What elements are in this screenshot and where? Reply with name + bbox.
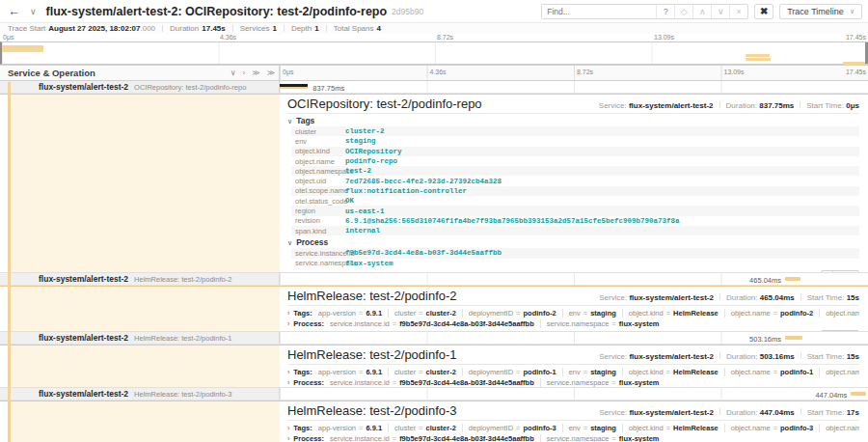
span-duration-label: 447.04ms bbox=[815, 391, 847, 400]
trace-id-short: 2d95b90 bbox=[392, 7, 423, 16]
chevron-right-icon: › bbox=[287, 320, 289, 327]
copy-spanid-button[interactable]: ⧉Copy bbox=[821, 330, 859, 331]
tags-collapsed-row[interactable]: ›Tags: app-version=6.9.1 cluster=cluster… bbox=[287, 368, 859, 376]
trace-summary-bar: Trace Start August 27 2025, 18:02:07 .00… bbox=[0, 23, 868, 34]
span-meta: Service: flux-system/alert-test-2Duratio… bbox=[599, 101, 859, 110]
span-detail-indent bbox=[0, 95, 280, 272]
view-selector-dropdown[interactable]: Trace Timeline ∨ bbox=[779, 4, 862, 19]
spanid-row: SpanID: aae5c32e31d6ade1 ⧉Copy bbox=[287, 330, 859, 331]
tag-row: object.namespacetest-2 bbox=[291, 166, 859, 176]
match-icon[interactable]: ◇ bbox=[674, 5, 692, 18]
chevron-right-icon: › bbox=[287, 435, 289, 442]
process-row: service.instance.idf9b5e97d-3cd4-4e8a-b0… bbox=[291, 248, 859, 258]
view-selector-value: Trace Timeline bbox=[787, 7, 844, 16]
process-collapsed-row[interactable]: ›Process: service.instance.id=f9b5e97d-3… bbox=[287, 319, 859, 328]
minimap-span-bar bbox=[746, 54, 769, 57]
copy-icon: ⧉ bbox=[822, 271, 833, 272]
trace-start: Trace Start August 27 2025, 18:02:07 .00… bbox=[8, 24, 155, 33]
chevron-right-icon: › bbox=[287, 425, 289, 431]
span-track: 447.04ms bbox=[280, 388, 868, 400]
timeline-ruler: 0μs 4.36s 8.72s 13.09s 17.45s bbox=[280, 66, 868, 80]
fullscreen-icon[interactable]: ✖ bbox=[754, 4, 773, 19]
span-detail-header[interactable]: OCIRepository: test-2/podinfo-repo Servi… bbox=[287, 97, 859, 114]
span-detail-header[interactable]: HelmRelease: test-2/podinfo-1 Service: f… bbox=[287, 347, 859, 365]
tag-row: otel.scope.nameflux:notification-control… bbox=[291, 186, 859, 196]
tag-row: object.namepodinfo-repo bbox=[291, 156, 859, 166]
expand-one-icon[interactable]: › bbox=[243, 69, 246, 77]
process-collapsed-row[interactable]: ›Process: service.instance.id=f9b5e97d-3… bbox=[287, 434, 859, 442]
service-operation-header: Service & Operation ∨ › ≫ ≫ bbox=[0, 66, 280, 80]
tags-collapsed-row[interactable]: ›Tags: app-version=6.9.1 cluster=cluster… bbox=[287, 309, 859, 318]
tag-row: otel.status_codeOK bbox=[291, 196, 859, 206]
process-section-toggle[interactable]: ∨Process bbox=[287, 237, 859, 247]
span-bar[interactable] bbox=[851, 392, 866, 396]
span-meta: Service: flux-system/alert-test-2Duratio… bbox=[599, 408, 859, 417]
span-duration-label: 465.04ms bbox=[749, 276, 781, 285]
span-meta: Service: flux-system/alert-test-2Duratio… bbox=[599, 293, 859, 302]
chevron-right-icon: › bbox=[287, 310, 289, 317]
help-icon[interactable]: ? bbox=[656, 5, 674, 18]
trace-duration: Duration 17.45s bbox=[155, 24, 226, 33]
copy-spanid-button[interactable]: ⧉Copy bbox=[821, 270, 859, 272]
tag-row: clustercluster-2 bbox=[291, 126, 859, 136]
spanid-row: SpanID: 99ea2c24506592cf ⧉Copy bbox=[287, 270, 859, 272]
span-name-cell[interactable]: flux-system/alert-test-2 HelmRelease: te… bbox=[0, 388, 280, 400]
tree-toggle-icons: ∨ › ≫ ≫ bbox=[231, 69, 275, 77]
minimap-span-bar bbox=[843, 62, 865, 65]
trace-minimap[interactable] bbox=[0, 41, 868, 65]
chevron-down-icon: ∨ bbox=[287, 239, 292, 246]
span-detail-card: HelmRelease: test-2/podinfo-1 Service: f… bbox=[280, 345, 868, 387]
span-name-cell[interactable]: flux-system/alert-test-2 HelmRelease: te… bbox=[0, 273, 280, 285]
span-name-cell[interactable]: flux-system/alert-test-2 HelmRelease: te… bbox=[0, 332, 280, 344]
chevron-right-icon: › bbox=[287, 369, 289, 375]
collapse-all-icon[interactable]: ∨ bbox=[231, 69, 236, 77]
chevron-down-icon: ∨ bbox=[287, 118, 292, 124]
span-row[interactable]: flux-system/alert-test-2 OCIRepository: … bbox=[0, 81, 868, 94]
collapse-one-icon[interactable]: ≫ bbox=[267, 69, 275, 77]
tag-row: object.uid7ed72685-becc-4fe2-923d-27392c… bbox=[291, 176, 859, 185]
trace-total-spans: Total Spans 4 bbox=[319, 24, 381, 33]
span-track: 837.75ms bbox=[280, 81, 868, 93]
tags-collapsed-row[interactable]: ›Tags: app-version=6.9.1 cluster=cluster… bbox=[287, 424, 859, 432]
span-detail-card: HelmRelease: test-2/podinfo-3 Service: f… bbox=[280, 401, 868, 442]
span-detail-indent bbox=[0, 287, 280, 331]
find-input[interactable] bbox=[542, 5, 656, 18]
clear-search-icon[interactable]: × bbox=[729, 5, 747, 18]
next-result-icon[interactable]: ∨ bbox=[711, 5, 729, 18]
grid-header: Service & Operation ∨ › ≫ ≫ 0μs 4.36s 8.… bbox=[0, 65, 868, 81]
span-duration-label: 503.16ms bbox=[749, 335, 781, 344]
span-detail-panel: HelmRelease: test-2/podinfo-3 Service: f… bbox=[0, 401, 868, 442]
chevron-right-icon: › bbox=[287, 379, 289, 386]
tags-table: clustercluster-2 envstaging object.kindO… bbox=[291, 126, 859, 235]
minimap-span-bar bbox=[2, 45, 43, 52]
span-track: 465.04ms bbox=[280, 273, 868, 285]
span-row[interactable]: flux-system/alert-test-2 HelmRelease: te… bbox=[0, 273, 868, 286]
span-bar[interactable] bbox=[280, 85, 308, 89]
chevron-down-icon[interactable]: ∨ bbox=[30, 7, 37, 16]
span-detail-card: HelmRelease: test-2/podinfo-2 Service: f… bbox=[280, 287, 868, 331]
back-arrow-icon[interactable]: ← bbox=[8, 4, 20, 18]
span-track: 503.16ms bbox=[280, 332, 868, 344]
span-bar[interactable] bbox=[785, 336, 802, 340]
span-meta: Service: flux-system/alert-test-2Duratio… bbox=[599, 352, 859, 361]
tag-row: envstaging bbox=[291, 136, 859, 146]
span-row[interactable]: flux-system/alert-test-2 HelmRelease: te… bbox=[0, 388, 868, 401]
minimap-tick-labels: 0μs 4.36s 8.72s 13.09s 17.45s bbox=[0, 34, 868, 41]
span-row[interactable]: flux-system/alert-test-2 HelmRelease: te… bbox=[0, 332, 868, 345]
span-detail-panel: HelmRelease: test-2/podinfo-2 Service: f… bbox=[0, 286, 868, 332]
chevron-down-icon: ∨ bbox=[850, 8, 854, 15]
expand-all-icon[interactable]: ≫ bbox=[252, 69, 259, 77]
prev-result-icon[interactable]: ∧ bbox=[692, 5, 711, 18]
span-name-cell[interactable]: flux-system/alert-test-2 OCIRepository: … bbox=[0, 81, 280, 93]
span-detail-indent bbox=[0, 401, 280, 442]
tags-section-toggle[interactable]: ∨Tags bbox=[287, 116, 859, 125]
process-collapsed-row[interactable]: ›Process: service.instance.id=f9b5e97d-3… bbox=[287, 378, 859, 387]
trace-depth: Depth 1 bbox=[277, 24, 319, 33]
span-detail-header[interactable]: HelmRelease: test-2/podinfo-2 Service: f… bbox=[287, 289, 859, 306]
span-detail-header[interactable]: HelmRelease: test-2/podinfo-3 Service: f… bbox=[287, 403, 859, 421]
find-group: ? ◇ ∧ ∨ × bbox=[541, 4, 748, 19]
process-table: service.instance.idf9b5e97d-3cd4-4e8a-b0… bbox=[291, 248, 859, 268]
span-id-value: aae5c32e31d6ade1 bbox=[753, 331, 817, 332]
top-bar: ← ∨ flux-system/alert-test-2: OCIReposit… bbox=[0, 0, 868, 23]
span-bar[interactable] bbox=[785, 277, 800, 281]
